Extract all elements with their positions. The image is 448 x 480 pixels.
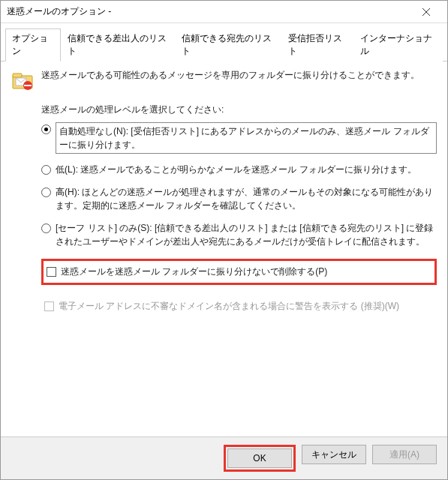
svg-rect-6 [24,85,32,86]
radio-low-label: 低(L): 迷惑メールであることが明らかなメールを迷惑メール フォルダーに振り分… [56,163,437,176]
tab-content: 迷惑メールである可能性のあるメッセージを専用のフォルダーに振り分けることができま… [1,62,447,436]
radio-high-label: 高(H): ほとんどの迷惑メールが処理されますが、通常のメールもその対象になる可… [56,185,437,212]
titlebar: 迷惑メールのオプション - [1,1,447,23]
apply-button: 適用(A) [372,445,437,464]
radio-none[interactable]: 自動処理なし(N): [受信拒否リスト] にあるアドレスからのメールのみ、迷惑メ… [41,122,437,154]
tab-bar: オプション 信頼できる差出人のリスト 信頼できる宛先のリスト 受信拒否リスト イ… [1,23,447,62]
ok-button-highlight: OK [224,445,296,472]
close-button[interactable] [411,1,441,23]
radio-low[interactable]: 低(L): 迷惑メールであることが明らかなメールを迷惑メール フォルダーに振り分… [41,163,437,176]
radio-safelists[interactable]: [セーフ リスト] のみ(S): [信頼できる差出人のリスト] または [信頼で… [41,221,437,248]
tab-safe-senders[interactable]: 信頼できる差出人のリスト [61,28,175,62]
intro-text: 迷惑メールである可能性のあるメッセージを専用のフォルダーに振り分けることができま… [41,69,419,82]
radio-icon [41,188,51,197]
window-title: 迷惑メールのオプション - [7,5,411,18]
cancel-button[interactable]: キャンセル [302,445,366,464]
ok-button[interactable]: OK [227,448,292,468]
radio-safelists-label: [セーフ リスト] のみ(S): [信頼できる差出人のリスト] または [信頼で… [56,221,437,248]
tab-safe-recipients[interactable]: 信頼できる宛先のリスト [175,28,281,62]
tab-options[interactable]: オプション [5,28,61,62]
radio-none-label: 自動処理なし(N): [受信拒否リスト] にあるアドレスからのメールのみ、迷惑メ… [56,122,437,154]
dialog-footer: OK キャンセル 適用(A) [1,436,447,479]
checkbox-icon [47,267,56,277]
close-icon [422,8,430,16]
level-label: 迷惑メールの処理レベルを選択してください: [41,104,437,116]
radio-icon [41,124,51,134]
tab-blocked[interactable]: 受信拒否リスト [281,28,353,62]
checkbox-delete-junk[interactable]: 迷惑メールを迷惑メール フォルダーに振り分けないで削除する(P) [41,259,437,285]
checkbox-warn-domain-label: 電子メール アドレスに不審なドメイン名が含まれる場合に警告を表示する (推奨)(… [59,300,399,313]
radio-icon [41,224,51,233]
tab-international[interactable]: インターナショナル [353,28,443,62]
checkbox-icon [44,302,54,311]
checkbox-warn-domain: 電子メール アドレスに不審なドメイン名が含まれる場合に警告を表示する (推奨)(… [41,296,437,317]
radio-icon [41,165,51,175]
junk-folder-icon [11,69,35,93]
radio-high[interactable]: 高(H): ほとんどの迷惑メールが処理されますが、通常のメールもその対象になる可… [41,185,437,212]
checkbox-delete-junk-label: 迷惑メールを迷惑メール フォルダーに振り分けないで削除する(P) [61,266,327,278]
svg-rect-3 [13,74,22,77]
